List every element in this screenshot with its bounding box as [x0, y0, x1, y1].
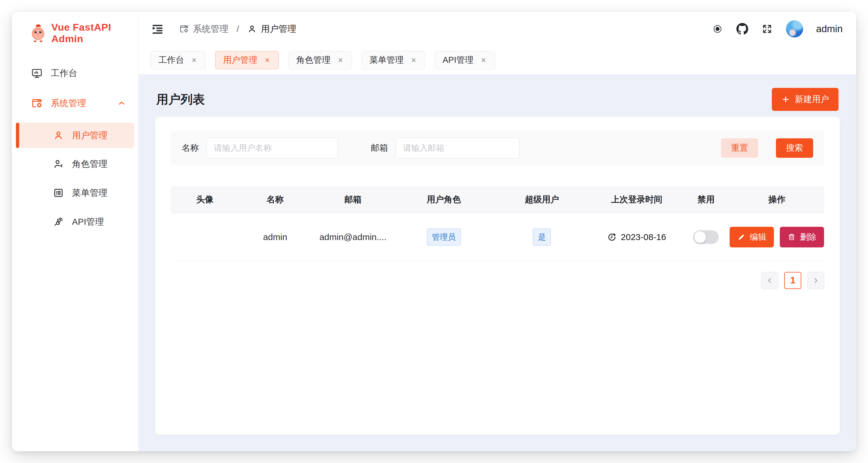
tab-menu-management[interactable]: 菜单管理	[362, 51, 425, 69]
tab-label: 用户管理	[223, 54, 257, 66]
column-header-email: 邮箱	[311, 187, 395, 213]
close-icon[interactable]	[264, 57, 271, 64]
column-header-actions: 操作	[730, 187, 824, 213]
main-area: 系统管理 / 用户管理	[139, 12, 856, 451]
breadcrumb-item-system[interactable]: 系统管理	[179, 23, 228, 35]
breadcrumb-item-user[interactable]: 用户管理	[247, 23, 296, 35]
tab-label: 角色管理	[296, 54, 331, 66]
tab-workbench[interactable]: 工作台	[151, 51, 206, 69]
name-filter-label: 名称	[182, 142, 199, 154]
chicken-logo-icon	[30, 24, 46, 42]
breadcrumb: 系统管理 / 用户管理	[179, 23, 296, 35]
breadcrumb-label: 系统管理	[193, 23, 228, 35]
chevron-up-icon	[117, 99, 126, 108]
close-icon[interactable]	[410, 57, 417, 64]
superuser-cell: 是	[493, 213, 591, 261]
app-title: Vue FastAPI Admin	[51, 22, 138, 44]
last-login-cell: 2023-08-16	[591, 213, 682, 261]
topbar-actions: admin	[712, 20, 843, 37]
table-header: 头像 名称 邮箱 用户角色 超级用户 上次登录时间 禁用 操作	[170, 187, 824, 213]
breadcrumb-label: 用户管理	[261, 23, 296, 35]
sidebar: Vue FastAPI Admin 工作台	[12, 12, 139, 451]
user-table: 头像 名称 邮箱 用户角色 超级用户 上次登录时间 禁用 操作 admin ad…	[170, 187, 824, 261]
sidebar-item-workbench[interactable]: 工作台	[12, 60, 138, 86]
tab-label: 菜单管理	[369, 54, 404, 66]
api-plug-icon	[53, 217, 64, 227]
pencil-icon	[737, 233, 746, 241]
pagination: 1	[170, 272, 824, 289]
sidebar-item-label: 系统管理	[51, 97, 86, 109]
clock-history-icon	[607, 232, 617, 242]
sidebar-item-api-management[interactable]: API管理	[12, 209, 138, 235]
column-header-last-login: 上次登录时间	[591, 187, 682, 213]
email-cell: admin@admin....	[311, 213, 395, 261]
role-icon	[53, 159, 64, 169]
reset-button[interactable]: 重置	[721, 138, 758, 158]
tabs-bar: 工作台 用户管理 角色管理 菜单管理	[139, 46, 856, 74]
edit-button[interactable]: 编辑	[730, 227, 774, 247]
last-login-value: 2023-08-16	[621, 232, 666, 242]
github-icon[interactable]	[736, 23, 748, 35]
column-header-disabled: 禁用	[682, 187, 730, 213]
email-filter-label: 邮箱	[371, 142, 388, 154]
table-row: admin admin@admin.... 管理员 是	[170, 213, 824, 261]
theme-toggle-sun-icon[interactable]	[712, 23, 723, 35]
user-avatar[interactable]	[786, 20, 803, 37]
app-window: Vue FastAPI Admin 工作台	[12, 12, 856, 451]
close-icon[interactable]	[191, 57, 198, 64]
sidebar-item-label: 用户管理	[72, 129, 107, 141]
sidebar-collapse-icon[interactable]	[151, 23, 164, 35]
monitor-icon	[31, 68, 42, 79]
tab-api-management[interactable]: API管理	[435, 51, 495, 69]
superuser-tag: 是	[533, 229, 551, 246]
page-content: 用户列表 新建用户 名称 邮箱 重置 搜索	[139, 74, 856, 451]
username-label[interactable]: admin	[816, 23, 843, 34]
column-header-avatar: 头像	[170, 187, 239, 213]
system-window-icon	[31, 98, 42, 109]
tab-role-management[interactable]: 角色管理	[288, 51, 352, 69]
role-cell: 管理员	[395, 213, 493, 261]
search-button[interactable]: 搜索	[776, 138, 813, 158]
fullscreen-icon[interactable]	[761, 23, 773, 35]
disabled-cell	[682, 213, 730, 261]
tab-label: 工作台	[158, 54, 184, 66]
name-cell: admin	[239, 213, 311, 261]
sidebar-item-role-management[interactable]: 角色管理	[12, 151, 138, 177]
next-page-button[interactable]	[807, 272, 824, 289]
avatar-cell	[170, 213, 239, 261]
email-filter-input[interactable]	[396, 138, 520, 158]
new-user-button[interactable]: 新建用户	[772, 88, 838, 111]
sidebar-item-label: 角色管理	[72, 158, 107, 170]
column-header-superuser: 超级用户	[493, 187, 591, 213]
topbar: 系统管理 / 用户管理	[139, 12, 856, 46]
page-number-button[interactable]: 1	[784, 272, 801, 289]
close-icon[interactable]	[480, 57, 487, 64]
sidebar-item-label: API管理	[72, 216, 104, 228]
delete-button[interactable]: 删除	[780, 227, 824, 247]
sidebar-nav: 工作台 系统管理	[12, 60, 138, 235]
sidebar-item-label: 工作台	[51, 67, 77, 79]
plus-icon	[781, 95, 790, 104]
breadcrumb-separator: /	[235, 24, 241, 34]
sidebar-item-user-management[interactable]: 用户管理	[16, 123, 134, 148]
sidebar-item-menu-management[interactable]: 菜单管理	[12, 180, 138, 206]
sidebar-item-label: 菜单管理	[72, 187, 107, 199]
role-tag: 管理员	[427, 229, 461, 246]
column-header-role: 用户角色	[395, 187, 493, 213]
sidebar-item-system[interactable]: 系统管理	[12, 90, 138, 116]
actions-cell: 编辑	[730, 213, 824, 261]
tab-user-management[interactable]: 用户管理	[215, 51, 279, 69]
disabled-toggle[interactable]	[693, 230, 719, 244]
logo[interactable]: Vue FastAPI Admin	[12, 12, 138, 46]
filter-panel: 名称 邮箱 重置 搜索	[170, 131, 824, 165]
menu-list-icon	[53, 188, 64, 198]
prev-page-button[interactable]	[761, 272, 778, 289]
name-filter-input[interactable]	[207, 138, 338, 158]
user-list-card: 名称 邮箱 重置 搜索 头像 名称 邮箱 用户角色 超级用户 上次登录	[155, 117, 840, 435]
trash-icon	[787, 233, 796, 241]
page-title: 用户列表	[156, 91, 205, 108]
tab-label: API管理	[442, 54, 473, 66]
user-icon	[53, 130, 64, 141]
active-indicator-bar	[16, 123, 19, 148]
close-icon[interactable]	[337, 57, 344, 64]
